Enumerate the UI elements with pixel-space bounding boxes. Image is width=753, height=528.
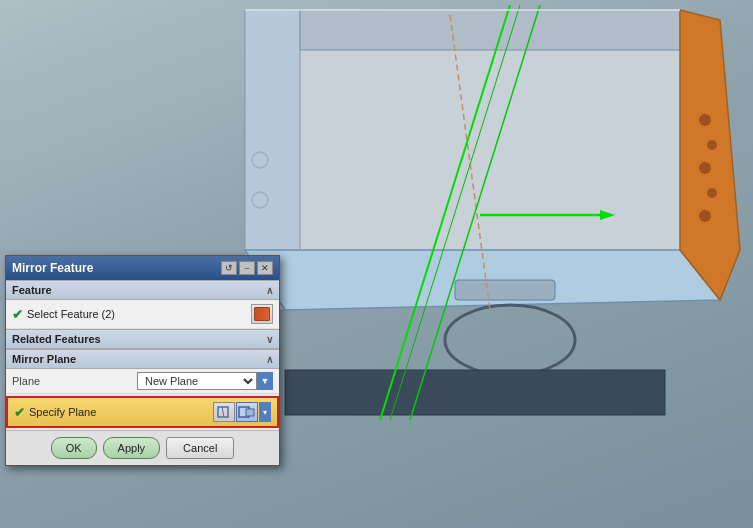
svg-line-15: [410, 5, 540, 420]
dialog-title-controls: ↺ − ✕: [221, 261, 273, 275]
svg-line-13: [450, 15, 490, 310]
svg-point-20: [252, 192, 268, 208]
feature-section-label: Feature: [12, 284, 52, 296]
svg-line-16: [390, 5, 520, 420]
svg-rect-25: [246, 409, 254, 416]
svg-point-9: [699, 162, 711, 174]
dialog-close-button[interactable]: ✕: [257, 261, 273, 275]
mirror-plane-section-arrow: ∧: [266, 354, 273, 365]
specify-plane-checkmark: ✔: [14, 405, 25, 420]
dialog-reset-button[interactable]: ↺: [221, 261, 237, 275]
dialog-minimize-button[interactable]: −: [239, 261, 255, 275]
feature-book-icon: [254, 307, 270, 321]
dialog-title: Mirror Feature: [12, 261, 93, 275]
select-feature-icon-button[interactable]: [251, 304, 273, 324]
specify-plane-icon-btn-1[interactable]: [213, 402, 235, 422]
plane-active-icon: [238, 406, 256, 418]
plane-ref-icon: [217, 406, 231, 418]
svg-marker-0: [245, 10, 720, 310]
specify-plane-text: Specify Plane: [29, 406, 96, 418]
select-feature-checkmark: ✔: [12, 307, 23, 322]
specify-plane-icon-btn-2[interactable]: [236, 402, 258, 422]
plane-dropdown-arrow-button[interactable]: ▼: [257, 372, 273, 390]
ok-button[interactable]: OK: [51, 437, 97, 459]
plane-dropdown-container: New Plane ▼: [137, 372, 273, 390]
plane-dropdown-row: Plane New Plane ▼: [6, 369, 279, 394]
mirror-plane-section-label: Mirror Plane: [12, 353, 76, 365]
feature-section-header[interactable]: Feature ∧: [6, 280, 279, 300]
select-feature-row: ✔ Select Feature (2): [6, 300, 279, 329]
svg-point-8: [707, 140, 717, 150]
feature-section-arrow: ∧: [266, 285, 273, 296]
dialog-titlebar: Mirror Feature ↺ − ✕: [6, 256, 279, 280]
svg-point-4: [445, 305, 575, 375]
mirror-feature-dialog: Mirror Feature ↺ − ✕ Feature ∧ ✔ Select …: [5, 255, 280, 466]
related-features-section-label: Related Features: [12, 333, 101, 345]
plane-label: Plane: [12, 375, 40, 387]
dropdown-arrow-icon: ▼: [261, 376, 270, 386]
select-feature-label: ✔ Select Feature (2): [12, 307, 115, 322]
svg-marker-6: [680, 10, 740, 300]
svg-point-10: [707, 188, 717, 198]
mirror-plane-section-header[interactable]: Mirror Plane ∧: [6, 349, 279, 369]
specify-plane-row: ✔ Specify Plane ▾: [6, 396, 279, 428]
cancel-button[interactable]: Cancel: [166, 437, 234, 459]
specify-plane-icons: ▾: [213, 402, 271, 422]
svg-point-19: [252, 152, 268, 168]
svg-line-14: [380, 5, 510, 420]
plane-dropdown-select[interactable]: New Plane: [137, 372, 257, 390]
svg-point-11: [699, 210, 711, 222]
svg-rect-5: [455, 280, 555, 300]
apply-button[interactable]: Apply: [103, 437, 161, 459]
svg-marker-3: [245, 250, 720, 310]
svg-rect-12: [285, 370, 665, 415]
svg-marker-2: [300, 10, 680, 50]
svg-point-7: [699, 114, 711, 126]
specify-plane-label: ✔ Specify Plane: [14, 405, 96, 420]
dialog-buttons-row: OK Apply Cancel: [6, 430, 279, 465]
related-features-section-arrow: ∨: [266, 334, 273, 345]
select-feature-text: Select Feature (2): [27, 308, 115, 320]
svg-marker-18: [600, 210, 615, 220]
specify-plane-dropdown-arrow[interactable]: ▾: [259, 402, 271, 422]
svg-line-23: [222, 407, 224, 417]
related-features-section-header[interactable]: Related Features ∨: [6, 329, 279, 349]
